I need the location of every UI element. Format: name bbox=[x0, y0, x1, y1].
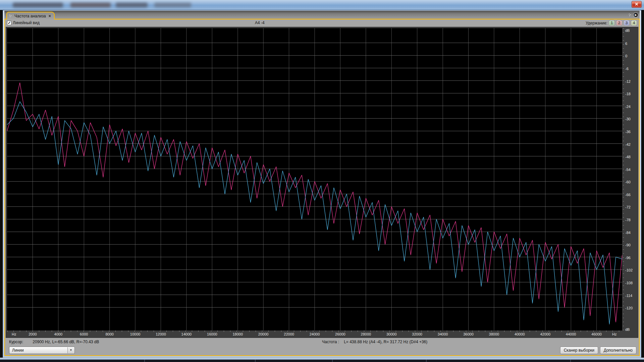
y-tick-label: -18 bbox=[625, 92, 631, 96]
cursor-label: Курсор: bbox=[9, 340, 23, 344]
bottom-controls-row: Линии ▼ Сканер выборки Дополнительно bbox=[5, 346, 639, 355]
x-axis-unit: Hz bbox=[12, 332, 16, 336]
y-tick-label: -102 bbox=[625, 268, 633, 272]
blurred-window-title bbox=[13, 3, 63, 7]
y-tick-label: -96 bbox=[625, 256, 631, 260]
x-tick-label: 30000 bbox=[386, 332, 397, 336]
y-tick-label: 0 bbox=[625, 54, 627, 58]
y-tick-label: -108 bbox=[625, 281, 633, 285]
taskbar-sliver bbox=[0, 360, 644, 362]
linear-view-checkbox[interactable]: ✓ bbox=[7, 21, 11, 25]
x-tick-label: 44000 bbox=[566, 332, 576, 336]
y-tick-label: 6 bbox=[625, 42, 627, 46]
x-tick-label: 4000 bbox=[54, 332, 62, 336]
status-row: Курсор: 20900 Hz, L=-65.66 dB, R=-70.43 … bbox=[5, 338, 639, 346]
y-tick-label: -78 bbox=[625, 218, 631, 222]
y-axis-minor-ticks bbox=[623, 28, 624, 330]
x-tick-label: 10000 bbox=[130, 332, 141, 336]
x-tick-label: 24000 bbox=[310, 332, 320, 336]
frequency-value: L= 438.88 Hz (A4 -4), R= 317.72 Hz (D#4 … bbox=[344, 340, 427, 344]
linear-view-label: Линейный вид bbox=[13, 20, 40, 25]
linear-view-checkbox-group[interactable]: ✓ Линейный вид bbox=[7, 20, 40, 25]
tab-frequency-analysis[interactable]: Частота анализа × bbox=[6, 12, 55, 19]
tab-label: Частота анализа bbox=[14, 14, 46, 18]
x-tick-label: 16000 bbox=[207, 332, 217, 336]
blurred-window-title bbox=[154, 3, 191, 7]
blurred-window-title bbox=[70, 3, 111, 7]
y-tick-label: -66 bbox=[625, 193, 631, 197]
x-tick-label: 12000 bbox=[156, 332, 166, 336]
panel-menu-icon[interactable]: ▶ bbox=[633, 12, 638, 17]
advanced-button[interactable]: Дополнительно bbox=[600, 347, 636, 354]
chevron-down-icon[interactable]: ▼ bbox=[67, 347, 74, 353]
plot-frame: dB60-6-12-18-24-30-36-42-48-54-60-66-72-… bbox=[6, 27, 638, 338]
x-tick-label: 2000 bbox=[29, 332, 37, 336]
window-close-button[interactable]: ✕ bbox=[632, 1, 642, 8]
panel-grip-icon bbox=[629, 13, 632, 17]
y-tick-label: -54 bbox=[625, 168, 631, 172]
x-tick-label: 40000 bbox=[515, 332, 525, 336]
scan-selection-button[interactable]: Сканер выборки bbox=[560, 347, 598, 354]
frequency-analysis-window: Частота анализа × ▶ ✓ Линейный вид A4 -4… bbox=[4, 11, 640, 356]
y-tick-label: -84 bbox=[625, 231, 631, 235]
x-tick-label: 42000 bbox=[540, 332, 550, 336]
blurred-window-title bbox=[116, 3, 148, 7]
x-tick-label: 22000 bbox=[284, 332, 294, 336]
hold-button-2[interactable]: 2 bbox=[616, 20, 622, 26]
display-mode-dropdown[interactable]: Линии ▼ bbox=[9, 347, 75, 354]
panel-tab-bar: Частота анализа × ▶ bbox=[4, 11, 640, 19]
x-tick-label: 18000 bbox=[232, 332, 243, 336]
hold-group: Удержание: 1 2 3 4 bbox=[586, 20, 637, 26]
spectrum-plot[interactable] bbox=[7, 28, 622, 330]
x-tick-label: 34000 bbox=[438, 332, 448, 336]
y-axis-unit: dB bbox=[625, 327, 630, 331]
y-tick-label: -48 bbox=[625, 155, 631, 159]
x-tick-label: 46000 bbox=[591, 332, 602, 336]
display-mode-value: Линии bbox=[12, 348, 24, 353]
x-tick-label: 32000 bbox=[412, 332, 422, 336]
x-tick-label: 36000 bbox=[463, 332, 474, 336]
y-tick-label: -36 bbox=[625, 130, 631, 134]
x-axis-minor-ticks bbox=[7, 330, 622, 332]
x-tick-label: 8000 bbox=[105, 332, 113, 336]
hold-label: Удержание: bbox=[586, 21, 607, 25]
x-tick-label: 28000 bbox=[361, 332, 371, 336]
x-tick-label: 26000 bbox=[335, 332, 345, 336]
hold-button-4[interactable]: 4 bbox=[631, 20, 637, 26]
cursor-value: 20900 Hz, L=-65.66 dB, R=-70.43 dB bbox=[33, 340, 99, 344]
y-tick-label: -90 bbox=[625, 243, 631, 247]
x-tick-label: 14000 bbox=[181, 332, 192, 336]
y-tick-label: -30 bbox=[625, 117, 631, 121]
x-axis: Hz20004000600080001000012000140001600018… bbox=[7, 330, 622, 337]
y-tick-label: -42 bbox=[625, 142, 631, 146]
detected-note-label: A4 -4 bbox=[255, 20, 265, 25]
x-tick-label: 20000 bbox=[258, 332, 269, 336]
x-tick-label: 38000 bbox=[489, 332, 499, 336]
tab-close-icon[interactable]: × bbox=[49, 14, 51, 18]
hold-button-3[interactable]: 3 bbox=[624, 20, 630, 26]
y-tick-label: -120 bbox=[625, 306, 633, 310]
x-tick-label: 6000 bbox=[80, 332, 88, 336]
y-tick-label: -12 bbox=[625, 79, 631, 83]
y-axis: dB60-6-12-18-24-30-36-42-48-54-60-66-72-… bbox=[622, 27, 638, 330]
y-tick-label: -24 bbox=[625, 105, 631, 109]
y-tick-label: -6 bbox=[625, 67, 629, 71]
hold-button-1[interactable]: 1 bbox=[609, 20, 615, 26]
frequency-analysis-panel: ✓ Линейный вид A4 -4 Удержание: 1 2 3 4 … bbox=[4, 19, 640, 356]
frequency-label: Частота : bbox=[322, 340, 339, 344]
app-window-frame: Частота анализа × ▶ ✓ Линейный вид A4 -4… bbox=[3, 10, 641, 358]
window-titlebar: ✕ bbox=[0, 0, 644, 10]
y-axis-unit: dB bbox=[625, 28, 630, 33]
y-tick-label: -114 bbox=[625, 294, 632, 298]
x-axis-unit: Hz bbox=[612, 332, 616, 336]
tab-grip-icon bbox=[9, 14, 12, 18]
y-tick-label: -60 bbox=[625, 180, 631, 184]
controls-row: ✓ Линейный вид A4 -4 Удержание: 1 2 3 4 bbox=[5, 19, 639, 27]
y-tick-label: -72 bbox=[625, 205, 631, 209]
